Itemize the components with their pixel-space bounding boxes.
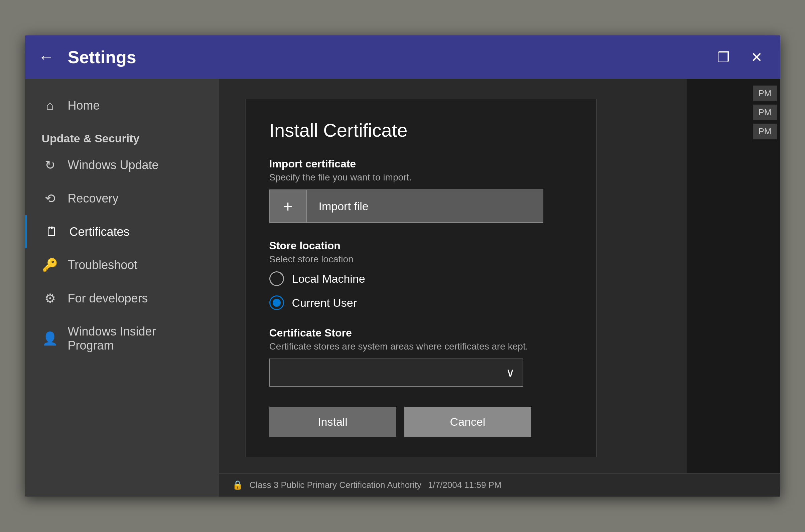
radio-current-user[interactable]: Current User — [269, 296, 573, 310]
sidebar-item-home[interactable]: ⌂ Home — [25, 89, 219, 122]
dialog-overlay: Install Certificate Import certificate S… — [219, 79, 780, 497]
main-area: ⌂ Home Update & Security ↻ Windows Updat… — [25, 79, 780, 497]
content-bottom-bar: 🔒 Class 3 Public Primary Certification A… — [219, 473, 780, 497]
sidebar-item-windows-update[interactable]: ↻ Windows Update — [25, 148, 219, 182]
settings-window: ← Settings ❐ ✕ ⌂ Home Update & Security … — [25, 35, 780, 497]
bottom-bar-date: 1/7/2004 11:59 PM — [428, 480, 502, 490]
home-icon: ⌂ — [42, 98, 58, 113]
right-panel-hints: PM PM PM — [687, 79, 780, 497]
sidebar-item-label: Windows Insider Program — [68, 324, 156, 353]
sidebar-item-label: Certificates — [70, 225, 130, 239]
sidebar-item-label: Home — [68, 99, 100, 113]
import-section-desc: Specify the file you want to import. — [269, 172, 573, 183]
sidebar-item-label: Windows Update — [68, 158, 159, 172]
cancel-button[interactable]: Cancel — [404, 407, 531, 437]
sidebar-item-label: Troubleshoot — [68, 258, 138, 272]
cert-store-label: Certificate Store — [269, 327, 573, 339]
sidebar-item-label: Recovery — [68, 191, 119, 206]
window-controls: ❐ ✕ — [713, 47, 767, 67]
titlebar: ← Settings ❐ ✕ — [25, 35, 780, 79]
sidebar-item-windows-insider[interactable]: 👤 Windows Insider Program — [25, 315, 219, 362]
bottom-bar-cert-name: Class 3 Public Primary Certification Aut… — [250, 480, 421, 490]
dropdown-arrow-icon: ∨ — [506, 366, 515, 380]
window-title: Settings — [68, 47, 713, 67]
radio-circle-current-user — [269, 296, 284, 310]
for-developers-icon: ⚙ — [42, 291, 58, 306]
radio-label-current-user: Current User — [292, 297, 357, 309]
import-section-label: Import certificate — [269, 158, 573, 170]
windows-insider-icon: 👤 — [42, 331, 58, 346]
sidebar-item-recovery[interactable]: ⟲ Recovery — [25, 182, 219, 215]
store-location-label: Store location — [269, 240, 573, 252]
pm-label-2: PM — [753, 104, 777, 120]
back-button[interactable]: ← — [38, 49, 55, 65]
certificates-icon: 🗒 — [43, 225, 60, 239]
dialog-buttons: Install Cancel — [269, 407, 573, 437]
radio-group: Local Machine Current User — [269, 271, 573, 310]
cert-store-desc: Certificate stores are system areas wher… — [269, 341, 573, 352]
import-btn-label: Import file — [307, 200, 369, 213]
import-file-button[interactable]: + Import file — [269, 189, 543, 223]
troubleshoot-icon: 🔑 — [42, 258, 58, 272]
store-location-desc: Select store location — [269, 254, 573, 265]
sidebar-item-label: For developers — [68, 291, 148, 305]
sidebar-item-certificates[interactable]: 🗒 Certificates — [25, 215, 219, 248]
sidebar-item-troubleshoot[interactable]: 🔑 Troubleshoot — [25, 248, 219, 282]
restore-button[interactable]: ❐ — [713, 47, 733, 67]
bottom-bar-icon: 🔒 — [232, 480, 243, 490]
recovery-icon: ⟲ — [42, 191, 58, 206]
radio-label-local-machine: Local Machine — [292, 272, 365, 285]
import-plus-icon: + — [270, 190, 307, 222]
close-button[interactable]: ✕ — [747, 47, 767, 67]
cert-store-dropdown[interactable]: ∨ — [269, 359, 523, 387]
pm-label-3: PM — [753, 124, 777, 139]
sidebar-item-for-developers[interactable]: ⚙ For developers — [25, 282, 219, 315]
sidebar-section-title: Update & Security — [25, 122, 219, 148]
radio-circle-local-machine — [269, 271, 284, 286]
windows-update-icon: ↻ — [42, 158, 58, 172]
install-certificate-dialog: Install Certificate Import certificate S… — [246, 99, 596, 457]
radio-local-machine[interactable]: Local Machine — [269, 271, 573, 286]
dialog-title: Install Certificate — [269, 119, 573, 141]
content-area: Install Certificate Import certificate S… — [219, 79, 780, 497]
sidebar: ⌂ Home Update & Security ↻ Windows Updat… — [25, 79, 219, 497]
install-button[interactable]: Install — [269, 407, 396, 437]
pm-label-1: PM — [753, 86, 777, 101]
